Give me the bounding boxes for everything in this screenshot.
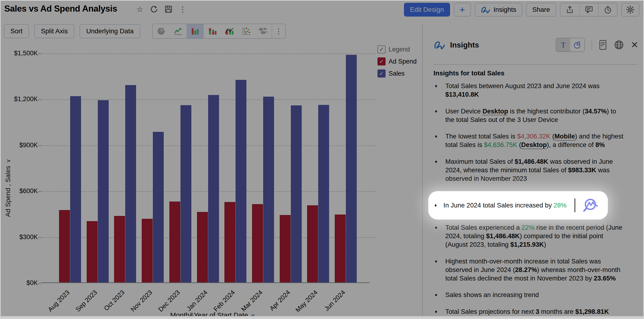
header-actions: Edit Design + Insights Share	[404, 3, 639, 16]
more-options-icon[interactable]: ⋮	[179, 6, 186, 13]
bar-ad-spend[interactable]	[114, 216, 125, 282]
page-title: Sales vs Ad Spend Analysis	[4, 4, 117, 14]
bar-line-combo-chart-type-icon[interactable]	[221, 24, 238, 38]
bar-ad-spend[interactable]	[142, 219, 152, 282]
map-chart-type-icon[interactable]	[255, 24, 272, 38]
report-document-icon[interactable]	[599, 40, 607, 50]
split-axis-button[interactable]: Split Axis	[34, 24, 74, 38]
legend-checkbox[interactable]: ✓	[378, 70, 386, 78]
legend-label: Legend	[388, 46, 410, 53]
legend-checkbox[interactable]: ✓	[378, 45, 386, 54]
bar-sales[interactable]	[291, 106, 302, 282]
bar-ad-spend[interactable]	[170, 202, 180, 282]
insight-bullet: ♦Sales shows an increasing trend	[434, 291, 625, 299]
y-tick-mark	[38, 237, 41, 238]
bar-ad-spend[interactable]	[335, 214, 346, 282]
y-tick-label: $0K	[7, 279, 38, 287]
bullet-diamond-icon: ♦	[435, 308, 437, 314]
insights-button-label: Insights	[494, 6, 516, 14]
y-tick-label: $1,500K	[7, 50, 38, 57]
grid-line	[41, 54, 376, 54]
bar-sales[interactable]	[180, 105, 191, 282]
insight-text: Total Sales experienced a 22% rise in th…	[445, 224, 622, 248]
title-actions: ☆ ⋮	[136, 5, 186, 13]
legend-checkbox[interactable]: ✓	[378, 58, 386, 66]
bullet-diamond-icon: ♦	[435, 133, 437, 139]
zia-analysis-icon[interactable]	[582, 198, 598, 213]
bar-ad-spend[interactable]	[307, 205, 318, 282]
insights-button[interactable]: Insights	[474, 3, 522, 16]
comments-button[interactable]	[579, 3, 598, 16]
export-button[interactable]	[560, 3, 579, 16]
bar-ad-spend[interactable]	[280, 215, 290, 282]
chart-view-toggle[interactable]	[570, 38, 584, 52]
text-view-toggle[interactable]: T	[556, 38, 570, 52]
bar-sales[interactable]	[208, 95, 219, 282]
chart-toolbar: Sort Split Axis Underlying Data	[4, 24, 286, 39]
insight-bullet: ♦Total Sales between August 2023 and Jun…	[434, 82, 625, 99]
legend-label: Ad Spend	[388, 58, 417, 65]
edit-design-button[interactable]: Edit Design	[404, 3, 450, 16]
insights-panel: Insights T ✕ Insights for total Sa	[422, 24, 644, 319]
bar-chart-type-icon[interactable]	[187, 24, 204, 38]
bar-sales[interactable]	[70, 96, 81, 282]
insights-section-title: Insights for total Sales	[434, 70, 504, 77]
share-button[interactable]: Share	[526, 3, 556, 16]
insight-text: Total Sales between August 2023 and June…	[445, 82, 600, 98]
bar-sales[interactable]	[153, 132, 164, 282]
insight-bullet: ♦The lowest total Sales is $4,306.32K (M…	[434, 132, 625, 149]
underlying-data-button[interactable]: Underlying Data	[80, 24, 140, 38]
line-chart-type-icon[interactable]	[170, 24, 187, 38]
bar-ad-spend[interactable]	[252, 204, 263, 282]
bar-sales[interactable]	[318, 105, 329, 282]
y-tick-label: $300K	[7, 234, 38, 241]
bar-chart: Ad Spend , Sales∨ $0K$300K$600K$900K$1,2…	[0, 40, 422, 319]
y-tick-mark	[38, 191, 41, 192]
y-tick-mark	[38, 54, 41, 54]
y-tick-label: $900K	[7, 142, 38, 149]
y-tick-label: $600K	[7, 188, 38, 195]
bar-ad-spend[interactable]	[87, 221, 98, 282]
x-tick-label: Aug 2023	[29, 289, 71, 319]
pie-chart-type-icon[interactable]	[152, 24, 170, 38]
language-globe-icon[interactable]	[614, 40, 624, 50]
insight-bullet: ♦Maximum total Sales of $1,486.48K was o…	[434, 157, 625, 183]
close-icon[interactable]: ✕	[631, 40, 638, 50]
chart-type-more-icon[interactable]: ⋮	[272, 24, 286, 38]
scatter-chart-type-icon[interactable]	[238, 24, 255, 38]
bar-sales[interactable]	[263, 97, 274, 282]
insight-text: User Device Desktop is the highest contr…	[445, 108, 616, 123]
save-icon[interactable]	[164, 5, 172, 13]
bullet-diamond-icon: ♦	[435, 292, 437, 298]
header-icon-strip	[560, 3, 618, 16]
refresh-icon[interactable]	[150, 5, 158, 13]
legend-item-legend[interactable]: ✓Legend	[378, 45, 417, 54]
stacked-bar-chart-type-icon[interactable]	[204, 24, 221, 38]
insight-text: Sales shows an increasing trend	[445, 291, 539, 298]
bar-sales[interactable]	[236, 80, 246, 282]
y-axis-collapse-chevron-icon[interactable]: ∨	[5, 159, 12, 163]
top-header: Sales vs Ad Spend Analysis ☆ ⋮ Edit Desi…	[0, 0, 644, 22]
favorite-star-icon[interactable]: ☆	[136, 6, 143, 13]
add-button[interactable]: +	[454, 3, 471, 16]
legend-item-sales[interactable]: ✓Sales	[378, 70, 417, 78]
bar-ad-spend[interactable]	[59, 210, 70, 282]
zia-icon	[481, 5, 491, 14]
settings-gear-button[interactable]	[621, 3, 639, 16]
sort-button[interactable]: Sort	[4, 24, 29, 38]
insights-view-toggle: T	[556, 38, 585, 52]
bar-sales[interactable]	[125, 85, 136, 282]
bullet-diamond-icon: ♦	[434, 202, 437, 208]
legend-item-ad-spend[interactable]: ✓Ad Spend	[378, 58, 417, 66]
insight-text: Maximum total Sales of $1,486.48K was ob…	[445, 158, 613, 182]
bar-sales[interactable]	[346, 55, 357, 282]
alerts-clock-button[interactable]	[598, 3, 617, 16]
y-tick-label: $1,200K	[7, 96, 38, 103]
insight-text: In June 2024 total Sales increased by 28…	[444, 201, 566, 210]
bar-sales[interactable]	[98, 100, 109, 282]
bar-ad-spend[interactable]	[197, 212, 208, 282]
bullet-diamond-icon: ♦	[435, 258, 437, 264]
y-tick-mark	[38, 99, 41, 100]
horizontal-scrollbar[interactable]	[0, 316, 644, 319]
bar-ad-spend[interactable]	[224, 202, 235, 282]
